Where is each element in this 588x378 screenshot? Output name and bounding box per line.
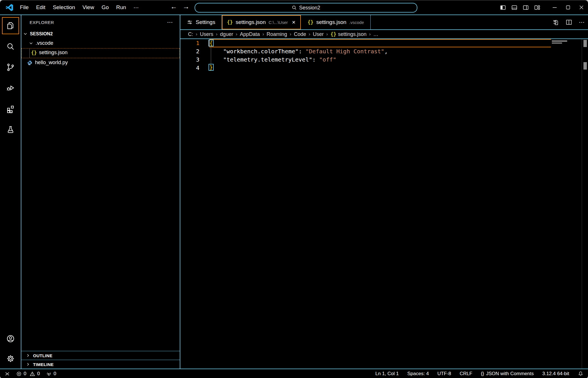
beaker-icon: [6, 125, 15, 134]
remote-indicator[interactable]: [5, 371, 10, 377]
settings-sliders-icon: [187, 19, 193, 25]
timeline-section-header[interactable]: TIMELINE: [21, 360, 180, 369]
maximize-button[interactable]: [561, 0, 575, 15]
toggle-panel-icon[interactable]: [511, 4, 518, 11]
activity-run-debug[interactable]: [0, 78, 21, 98]
breadcrumb-separator: ›: [216, 31, 218, 37]
go-forward-button[interactable]: →: [183, 3, 189, 11]
account-icon: [6, 334, 15, 343]
close-window-button[interactable]: [575, 0, 588, 15]
eol-sequence[interactable]: CRLF: [460, 371, 472, 377]
tab-settings-json-user[interactable]: {} settings.json C:\...\User ✕: [222, 15, 301, 29]
encoding[interactable]: UTF-8: [437, 371, 451, 377]
menu-file[interactable]: File: [16, 4, 32, 11]
warning-icon: [30, 371, 35, 377]
tree-item-vscode[interactable]: .vscode: [21, 39, 180, 48]
outline-section-header[interactable]: OUTLINE: [21, 351, 180, 360]
tab-label: Settings: [196, 19, 215, 25]
breadcrumb-item[interactable]: C:: [188, 31, 193, 37]
ports-status[interactable]: 0: [46, 371, 56, 377]
error-icon: [16, 371, 22, 377]
json-file-icon: {}: [308, 19, 313, 25]
activity-testing[interactable]: [0, 119, 21, 140]
tree-label: SESSION2: [30, 31, 53, 36]
menu-go[interactable]: Go: [98, 4, 112, 11]
breadcrumb-item[interactable]: User: [313, 31, 324, 37]
menu-edit[interactable]: Edit: [32, 4, 49, 11]
toggle-primary-sidebar-icon[interactable]: [500, 4, 506, 11]
tree-item-settings-json[interactable]: {} settings.json: [21, 48, 180, 58]
run-debug-icon: [6, 84, 15, 93]
activity-search[interactable]: [0, 36, 21, 57]
code-line-3: 3 "telemetry.telemetryLevel": "off": [180, 56, 551, 64]
menu-bar: File Edit Selection View Go Run ⋯: [16, 4, 143, 11]
breadcrumb-item[interactable]: Code: [294, 31, 306, 37]
go-back-button[interactable]: ←: [170, 3, 177, 11]
scrollbar-thumb[interactable]: [583, 40, 587, 47]
menu-run[interactable]: Run: [113, 4, 130, 11]
minimap[interactable]: [552, 40, 567, 42]
breadcrumb-separator: ›: [309, 31, 311, 37]
code-lines: 1 { 2 "workbench.colorTheme": "Default H…: [180, 39, 551, 72]
activity-extensions[interactable]: [0, 98, 21, 119]
explorer-title: EXPLORER: [30, 20, 167, 25]
tab-settings[interactable]: Settings: [180, 15, 222, 29]
manage-button[interactable]: [6, 349, 15, 369]
breadcrumb-item[interactable]: dguer: [220, 31, 233, 37]
breadcrumbs: C: › Users › dguer › AppData › Roaming ›…: [180, 30, 588, 39]
breadcrumb-item[interactable]: AppData: [240, 31, 260, 37]
sidebar-bottom-panels: OUTLINE TIMELINE: [21, 351, 180, 369]
breadcrumb-file-label: settings.json: [338, 31, 366, 37]
tree-item-hello-world-py[interactable]: hello_world.py: [21, 58, 180, 68]
open-settings-ui-icon[interactable]: [552, 19, 559, 26]
tree-indent-guide: [29, 48, 30, 58]
scrollbar-track: [582, 39, 582, 369]
menu-selection[interactable]: Selection: [49, 4, 79, 11]
tree-item-session2[interactable]: SESSION2: [21, 29, 180, 39]
indent-guide: [211, 48, 211, 64]
toggle-secondary-sidebar-icon[interactable]: [522, 4, 529, 11]
titlebar-controls: [500, 0, 588, 15]
python-version[interactable]: 3.12.4 64-bit: [542, 371, 569, 377]
minimize-button[interactable]: [548, 0, 561, 15]
language-mode[interactable]: {} JSON with Comments: [481, 371, 534, 377]
split-editor-icon[interactable]: [565, 19, 573, 26]
more-actions-icon[interactable]: ⋯: [579, 19, 585, 26]
explorer-more-actions[interactable]: ⋯: [167, 19, 173, 26]
minimap[interactable]: [552, 42, 562, 44]
breadcrumb-item[interactable]: …: [373, 31, 378, 37]
json-file-icon: {}: [330, 31, 336, 37]
tab-label: settings.json: [236, 19, 266, 25]
gear-icon: [6, 354, 15, 363]
breadcrumb-item[interactable]: {} settings.json: [330, 31, 367, 37]
breadcrumb-item[interactable]: Roaming: [267, 31, 287, 37]
scrollbar-thumb[interactable]: [583, 62, 587, 70]
problems-status[interactable]: 0 0: [16, 371, 40, 377]
menu-view[interactable]: View: [79, 4, 98, 11]
source-control-icon: [6, 63, 15, 72]
indentation[interactable]: Spaces: 4: [407, 371, 429, 377]
activity-source-control[interactable]: [0, 57, 21, 78]
line-number: 2: [180, 47, 201, 56]
tab-settings-json-vscode[interactable]: {} settings.json .vscode: [301, 15, 371, 29]
customize-layout-icon[interactable]: [534, 4, 540, 11]
breadcrumb-separator: ›: [326, 31, 328, 37]
code-editor[interactable]: 1 { 2 "workbench.colorTheme": "Default H…: [180, 39, 588, 369]
search-icon: [292, 5, 297, 10]
cursor-position[interactable]: Ln 1, Col 1: [375, 371, 399, 377]
file-tree: SESSION2 .vscode {} settings.json: [21, 29, 180, 68]
accounts-button[interactable]: [6, 329, 15, 349]
explorer-sidebar: EXPLORER ⋯ SESSION2 .vscode: [21, 15, 180, 369]
notifications-bell-icon[interactable]: [578, 371, 583, 377]
breadcrumb-item[interactable]: Users: [200, 31, 213, 37]
timeline-label: TIMELINE: [33, 362, 54, 367]
tab-bar: Settings {} settings.json C:\...\User ✕ …: [180, 15, 588, 30]
tree-label: settings.json: [39, 50, 68, 56]
command-center-search[interactable]: Session2: [195, 3, 417, 13]
tab-label: settings.json: [316, 19, 346, 25]
activity-explorer[interactable]: [0, 15, 21, 36]
close-tab-icon[interactable]: ✕: [292, 20, 295, 25]
title-bar: File Edit Selection View Go Run ⋯ ← → Se…: [0, 0, 588, 15]
breadcrumb-separator: ›: [236, 31, 237, 37]
menu-more[interactable]: ⋯: [130, 4, 143, 11]
